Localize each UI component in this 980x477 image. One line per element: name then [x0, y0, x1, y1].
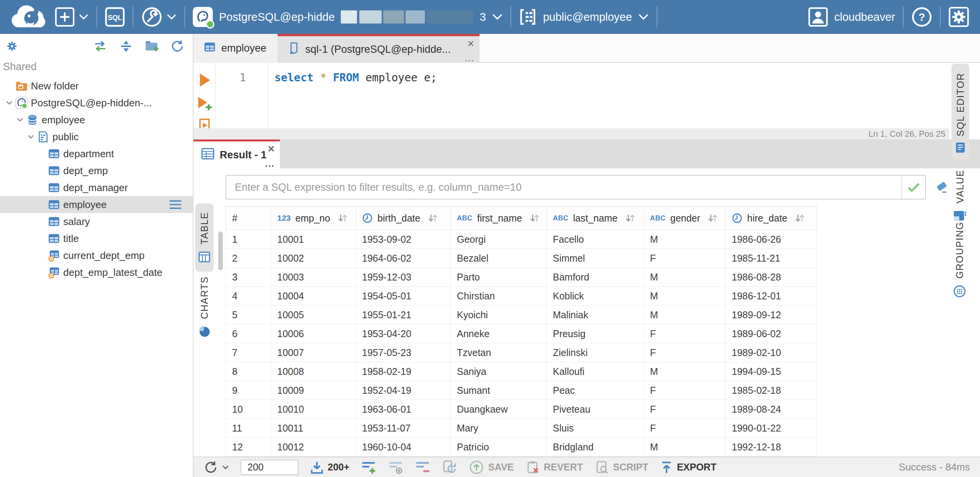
table-cell[interactable]: 6 [226, 324, 271, 343]
table-cell[interactable]: Sluis [547, 419, 644, 438]
fetch-more-button[interactable]: 200+ [310, 460, 349, 474]
tab-overflow-icon[interactable]: ... [265, 158, 274, 168]
table-cell[interactable]: 1990-01-22 [726, 419, 817, 438]
delete-row-button[interactable] [415, 460, 430, 474]
table-cell[interactable]: M [644, 438, 726, 457]
table-cell[interactable]: Peac [547, 381, 644, 400]
table-cell[interactable]: 11 [226, 419, 271, 438]
tab-grouping-panel[interactable]: GROUPING [953, 222, 966, 298]
table-cell[interactable]: F [644, 381, 726, 400]
column-header-birth_date[interactable]: birth_date [356, 207, 451, 230]
execute-new-tab-button[interactable] [196, 95, 212, 111]
table-cell[interactable]: 1985-11-21 [726, 249, 817, 268]
close-icon[interactable]: × [467, 37, 474, 50]
table-cell[interactable]: Bridgland [547, 438, 644, 457]
save-button[interactable]: SAVE [469, 460, 514, 475]
table-cell[interactable]: 1960-10-04 [356, 438, 451, 457]
table-cell[interactable]: 1989-02-10 [726, 343, 817, 362]
table-cell[interactable]: 4 [226, 287, 271, 306]
refresh-result-button[interactable] [204, 460, 229, 475]
table-cell[interactable]: M [644, 287, 726, 306]
table-cell[interactable]: 7 [226, 343, 271, 362]
collapse-all-button[interactable] [118, 38, 134, 54]
sync-connections-button[interactable] [91, 38, 109, 54]
table-cell[interactable]: Simmel [547, 249, 644, 268]
table-cell[interactable]: 1986-06-26 [726, 230, 817, 249]
table-cell[interactable]: Preusig [547, 324, 644, 343]
table-cell[interactable]: 1994-09-15 [726, 362, 817, 381]
filter-input[interactable] [226, 176, 901, 199]
table-cell[interactable]: 1964-06-02 [356, 249, 451, 268]
table-cell[interactable]: Parto [451, 268, 547, 287]
table-cell[interactable]: Kyoichi [451, 306, 547, 324]
table-cell[interactable]: F [644, 343, 726, 362]
add-row-button[interactable] [361, 460, 376, 474]
column-header-gender[interactable]: ABCgender [644, 207, 726, 230]
tree-item-dept-emp[interactable]: dept_emp [0, 162, 193, 179]
table-cell[interactable]: 10010 [271, 400, 356, 419]
table-cell[interactable]: 1986-12-01 [726, 287, 817, 306]
duplicate-row-button[interactable] [388, 460, 403, 474]
sort-icon[interactable] [707, 213, 719, 223]
table-cell[interactable]: 1957-05-23 [356, 343, 451, 362]
item-actions-icon[interactable] [169, 199, 182, 210]
table-cell[interactable]: 1954-05-01 [356, 287, 451, 306]
table-cell[interactable]: 10006 [271, 324, 356, 343]
tree-item-salary[interactable]: salary [0, 213, 193, 230]
tab-overflow-icon[interactable]: ... [465, 53, 474, 63]
tree-item-postgresql-ep-hidden[interactable]: PostgreSQL@ep-hidden-... [0, 94, 193, 111]
table-cell[interactable]: Anneke [451, 324, 547, 343]
table-cell[interactable]: M [644, 230, 726, 249]
export-button[interactable]: EXPORT [660, 460, 717, 475]
column-header-first_name[interactable]: ABCfirst_name [451, 207, 547, 230]
tree-item-current-dept-emp[interactable]: current_dept_emp [0, 247, 193, 264]
sort-icon[interactable] [625, 213, 636, 223]
table-cell[interactable]: Tzvetan [451, 343, 547, 362]
clear-filter-button[interactable] [935, 180, 948, 194]
sql-code-line[interactable]: select * FROM employee e; [268, 63, 437, 128]
table-cell[interactable]: Zielinski [547, 343, 644, 362]
table-cell[interactable]: 1952-04-19 [356, 381, 451, 400]
table-cell[interactable]: F [644, 400, 726, 419]
column-header-emp_no[interactable]: 123emp_no [271, 207, 356, 230]
table-cell[interactable]: Facello [547, 230, 644, 249]
table-cell[interactable]: 10 [226, 400, 271, 419]
table-cell[interactable]: 8 [226, 362, 271, 381]
sql-editor-button[interactable]: SQL [105, 7, 125, 27]
table-cell[interactable]: 1958-02-19 [356, 362, 451, 381]
tree-item-public[interactable]: public [0, 128, 193, 145]
table-cell[interactable]: Mary [451, 419, 547, 438]
tree-item-employee[interactable]: employee [0, 111, 193, 128]
table-cell[interactable]: 1959-12-03 [356, 268, 451, 287]
table-cell[interactable]: M [644, 362, 726, 381]
table-cell[interactable]: 1955-01-21 [356, 306, 451, 324]
table-cell[interactable]: 1985-02-18 [726, 381, 817, 400]
sort-icon[interactable] [529, 213, 541, 223]
chevron-down-icon[interactable] [25, 132, 37, 141]
table-cell[interactable]: 10005 [271, 306, 356, 324]
table-cell[interactable]: M [644, 268, 726, 287]
table-cell[interactable]: Bamford [547, 268, 644, 287]
table-cell[interactable]: Saniya [451, 362, 547, 381]
table-cell[interactable]: 1 [226, 230, 271, 249]
schema-selector[interactable]: public@employee [519, 8, 649, 26]
tree-item-title[interactable]: title [0, 230, 193, 247]
table-cell[interactable]: 1963-06-01 [356, 400, 451, 419]
close-icon[interactable]: × [268, 142, 274, 155]
user-menu[interactable]: cloudbeaver [808, 7, 895, 27]
table-cell[interactable]: 3 [226, 268, 271, 287]
table-cell[interactable]: 10011 [271, 419, 356, 438]
tab-table-view[interactable]: TABLE [195, 203, 214, 272]
connection-selector[interactable]: PostgreSQL@ep-hidde 3 [193, 7, 503, 27]
table-cell[interactable]: Koblick [547, 287, 644, 306]
revert-button[interactable]: REVERT [525, 460, 583, 475]
table-cell[interactable]: 10009 [271, 381, 356, 400]
new-folder-button[interactable] [143, 38, 160, 54]
table-cell[interactable]: 10008 [271, 362, 356, 381]
column-header-hire_date[interactable]: hire_date [726, 207, 817, 230]
column-header-last_name[interactable]: ABClast_name [547, 207, 644, 230]
table-cell[interactable]: 12 [226, 438, 271, 457]
new-object-button[interactable] [55, 7, 89, 27]
table-cell[interactable]: 1953-04-20 [356, 324, 451, 343]
table-cell[interactable]: M [644, 306, 726, 324]
